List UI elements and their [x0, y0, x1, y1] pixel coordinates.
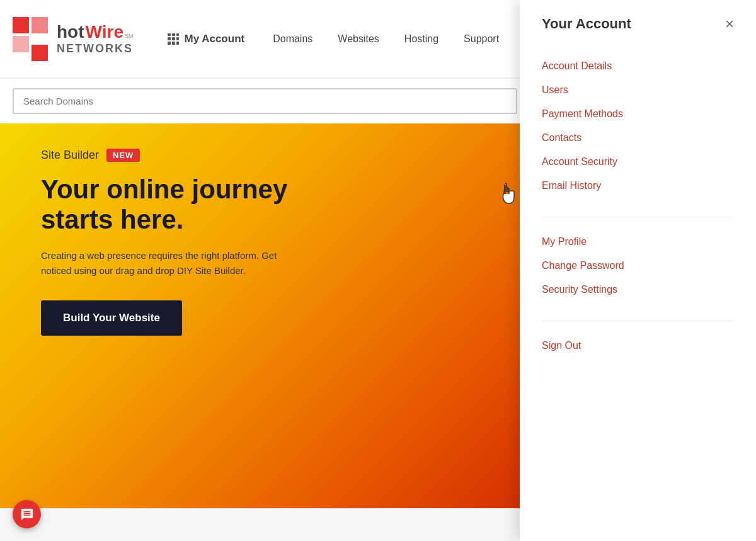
- nav-my-account-label: My Account: [184, 33, 244, 45]
- link-email-history[interactable]: Email History: [542, 174, 734, 198]
- nav-my-account[interactable]: My Account: [152, 0, 260, 78]
- close-panel-button[interactable]: ×: [725, 16, 734, 31]
- svg-rect-3: [32, 45, 48, 61]
- chat-icon: [20, 508, 34, 521]
- grid-icon: [168, 33, 179, 45]
- nav-hosting[interactable]: Hosting: [392, 0, 451, 78]
- link-contacts[interactable]: Contacts: [542, 126, 734, 150]
- panel-header: Your Account ×: [542, 16, 734, 32]
- link-users[interactable]: Users: [542, 78, 734, 102]
- logo-icon: [13, 17, 50, 61]
- chat-bubble[interactable]: [13, 500, 41, 528]
- nav-support[interactable]: Support: [451, 0, 512, 78]
- link-account-security[interactable]: Account Security: [542, 150, 734, 174]
- link-my-profile[interactable]: My Profile: [542, 230, 734, 254]
- hero-desc: Creating a web presence requires the rig…: [41, 248, 280, 278]
- logo-sm: SM: [125, 33, 134, 39]
- logo-hot: hot: [57, 22, 84, 42]
- svg-rect-0: [13, 17, 29, 33]
- panel-divider-1: [542, 217, 734, 217]
- search-input-wrap: [13, 88, 517, 114]
- site-builder-label: Site Builder NEW: [41, 149, 324, 162]
- nav-websites[interactable]: Websites: [325, 0, 392, 78]
- panel-title: Your Account: [542, 16, 631, 32]
- svg-rect-1: [32, 17, 48, 33]
- logo-networks: NETWORKS: [57, 42, 133, 55]
- link-payment-methods[interactable]: Payment Methods: [542, 102, 734, 126]
- build-website-button[interactable]: Build Your Website: [41, 300, 182, 336]
- account-links-section-1: Account Details Users Payment Methods Co…: [542, 54, 734, 198]
- link-change-password[interactable]: Change Password: [542, 254, 734, 278]
- logo-wire: Wire: [86, 22, 123, 42]
- main-nav: My Account Domains Websites Hosting Supp…: [152, 0, 563, 78]
- account-links-section-2: My Profile Change Password Security Sett…: [542, 230, 734, 302]
- hero-title: Your online journey starts here.: [41, 174, 324, 236]
- account-links-section-3: Sign Out: [542, 334, 734, 358]
- link-account-details[interactable]: Account Details: [542, 54, 734, 78]
- account-panel: Your Account × Account Details Users Pay…: [520, 0, 756, 541]
- hero-content: Site Builder NEW Your online journey sta…: [41, 149, 324, 336]
- panel-divider-2: [542, 321, 734, 321]
- link-sign-out[interactable]: Sign Out: [542, 334, 734, 358]
- logo: hotWireSM NETWORKS: [13, 17, 133, 61]
- link-security-settings[interactable]: Security Settings: [542, 278, 734, 302]
- new-badge: NEW: [106, 149, 140, 162]
- site-builder-text: Site Builder: [41, 149, 99, 162]
- logo-text: hotWireSM NETWORKS: [57, 22, 133, 55]
- nav-domains[interactable]: Domains: [260, 0, 325, 78]
- search-input[interactable]: [14, 89, 516, 113]
- svg-rect-2: [13, 36, 29, 52]
